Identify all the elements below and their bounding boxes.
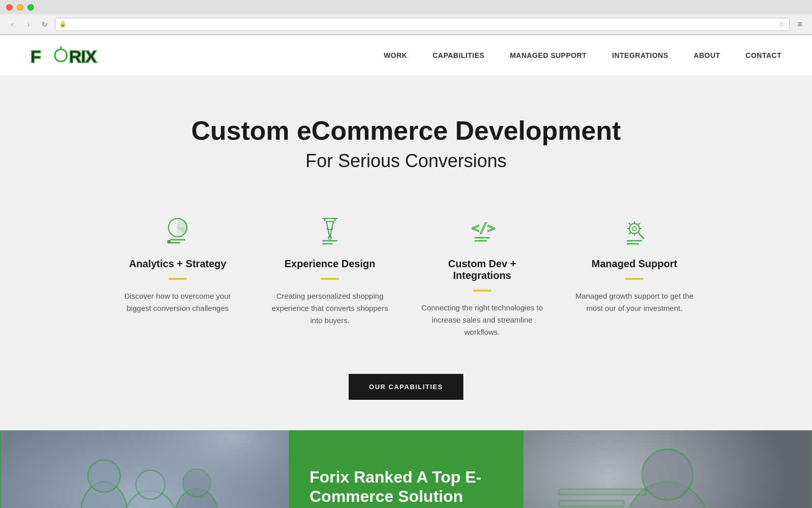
svg-point-18: [632, 227, 636, 231]
back-button[interactable]: ‹: [6, 18, 18, 30]
svg-point-40: [642, 450, 693, 500]
website-content: F RIX WORK CAPABILITIES MANAGED SUPPORT …: [0, 35, 812, 508]
nav-item-managed-support[interactable]: MANAGED SUPPORT: [510, 51, 587, 60]
browser-menu-button[interactable]: ≡: [794, 18, 806, 30]
green-panel: Forix Ranked A Top E-Commerce Solution P…: [289, 430, 523, 508]
card-custom-dev: </> Custom Dev + Integrations Connecting…: [406, 202, 558, 348]
experience-card-divider: [321, 278, 339, 280]
nav-link-capabilities[interactable]: CAPABILITIES: [432, 51, 484, 59]
nav-links-list: WORK CAPABILITIES MANAGED SUPPORT INTEGR…: [384, 51, 782, 60]
bottom-photo-right: [523, 430, 812, 508]
svg-rect-7: [168, 241, 170, 243]
card-managed-support: Managed Support Managed growth support t…: [558, 202, 710, 348]
nav-link-work[interactable]: WORK: [384, 51, 407, 59]
nav-item-about[interactable]: ABOUT: [694, 51, 720, 60]
analytics-card-desc: Discover how to overcome your biggest co…: [117, 290, 239, 314]
analytics-card-title: Analytics + Strategy: [117, 258, 239, 270]
custom-dev-card-title: Custom Dev + Integrations: [421, 258, 543, 281]
our-capabilities-button[interactable]: OUR CAPABILITIES: [349, 374, 463, 400]
hero-title: Custom eCommerce Development: [30, 116, 782, 145]
managed-support-card-desc: Managed growth support to get the most o…: [573, 290, 695, 314]
nav-link-about[interactable]: ABOUT: [694, 51, 720, 59]
bookmark-icon[interactable]: ☆: [779, 20, 785, 28]
bottom-section: Forix Ranked A Top E-Commerce Solution P…: [0, 430, 812, 508]
right-photo: [523, 430, 812, 508]
nav-link-managed-support[interactable]: MANAGED SUPPORT: [510, 51, 587, 59]
close-traffic-light[interactable]: [6, 4, 13, 11]
svg-rect-42: [559, 501, 624, 506]
nav-item-integrations[interactable]: INTEGRATIONS: [612, 51, 668, 60]
analytics-card-divider: [168, 278, 187, 280]
svg-point-17: [629, 224, 639, 234]
experience-icon: [269, 212, 391, 248]
svg-text:RIX: RIX: [69, 47, 97, 66]
capability-cards: Analytics + Strategy Discover how to ove…: [101, 202, 710, 348]
svg-line-25: [638, 223, 640, 225]
svg-line-26: [629, 233, 630, 234]
minimize-traffic-light[interactable]: [17, 4, 23, 11]
managed-support-icon: [573, 212, 695, 248]
maximize-traffic-light[interactable]: [27, 4, 34, 11]
custom-dev-icon: </>: [421, 212, 543, 248]
experience-card-title: Experience Design: [269, 258, 391, 270]
svg-line-27: [639, 234, 644, 239]
nav-link-integrations[interactable]: INTEGRATIONS: [612, 51, 668, 59]
lock-icon: 🔒: [59, 21, 66, 27]
hero-section: Custom eCommerce Development For Serious…: [0, 76, 812, 430]
green-panel-title: Forix Ranked A Top E-Commerce Solution P…: [310, 467, 502, 508]
svg-text:F: F: [30, 47, 41, 66]
address-bar[interactable]: 🔒 ☆: [55, 18, 790, 31]
site-logo[interactable]: F RIX: [30, 45, 112, 66]
svg-line-23: [629, 223, 630, 225]
experience-card-desc: Creating personalized shopping experienc…: [269, 290, 391, 327]
svg-point-1: [55, 49, 67, 61]
custom-dev-card-divider: [473, 290, 491, 292]
cta-container: OUR CAPABILITIES: [30, 374, 782, 400]
card-analytics: Analytics + Strategy Discover how to ove…: [101, 202, 254, 348]
svg-rect-41: [559, 489, 646, 495]
site-navigation: F RIX WORK CAPABILITIES MANAGED SUPPORT …: [0, 35, 812, 76]
nav-item-capabilities[interactable]: CAPABILITIES: [432, 51, 484, 60]
nav-item-work[interactable]: WORK: [384, 51, 407, 60]
svg-text:</>: </>: [471, 220, 495, 236]
nav-link-contact[interactable]: CONTACT: [746, 51, 782, 59]
browser-titlebar: [0, 0, 812, 14]
nav-item-contact[interactable]: CONTACT: [746, 51, 782, 60]
forward-button[interactable]: ›: [22, 18, 35, 30]
custom-dev-card-desc: Connecting the right technologies to inc…: [421, 302, 543, 338]
bottom-photo-left: [0, 430, 289, 508]
hero-subtitle: For Serious Conversions: [30, 150, 782, 172]
people-photo: [0, 430, 289, 508]
browser-toolbar: ‹ › ↻ 🔒 ☆ ≡: [0, 14, 812, 35]
managed-support-card-title: Managed Support: [573, 258, 695, 270]
managed-support-card-divider: [625, 278, 644, 280]
analytics-icon: [117, 212, 239, 248]
browser-chrome: ‹ › ↻ 🔒 ☆ ≡: [0, 0, 812, 35]
card-experience: Experience Design Creating personalized …: [254, 202, 406, 348]
svg-rect-37: [0, 430, 289, 508]
refresh-button[interactable]: ↻: [39, 18, 51, 30]
